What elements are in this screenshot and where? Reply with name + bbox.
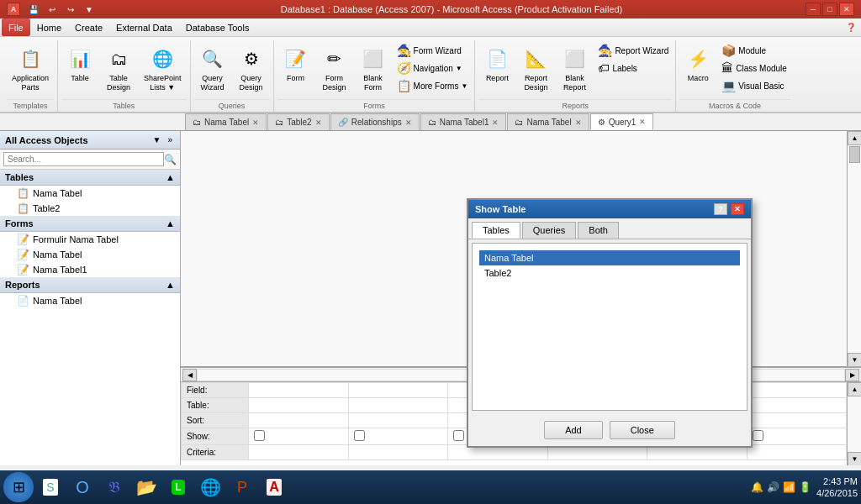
dialog-list-item-nama-tabel[interactable]: Nama Tabel	[479, 250, 740, 265]
menu-file[interactable]: File	[2, 18, 30, 36]
sidebar-item-table2[interactable]: 📋 Table2	[0, 201, 180, 216]
class-module-button[interactable]: 🏛 Class Module	[718, 60, 790, 76]
table-design-button[interactable]: 🗂 TableDesign	[100, 42, 137, 96]
table-cell-2[interactable]	[348, 398, 448, 413]
sidebar-menu-btn[interactable]: ▼	[151, 134, 164, 145]
form-button[interactable]: 📝 Form	[277, 42, 314, 86]
criteria-cell-2[interactable]	[348, 445, 448, 460]
form-design-button[interactable]: ✏ FormDesign	[316, 42, 353, 96]
scroll-up-btn[interactable]: ▲	[848, 131, 861, 145]
start-button[interactable]: ⊞	[3, 472, 34, 502]
dialog-tab-tables[interactable]: Tables	[472, 222, 520, 239]
field-cell-1[interactable]	[249, 383, 349, 398]
blank-report-button[interactable]: ⬜ BlankReport	[556, 42, 593, 96]
dialog-tab-queries[interactable]: Queries	[522, 222, 577, 239]
close-dialog-button[interactable]: Close	[610, 421, 675, 439]
dialog-tab-both[interactable]: Both	[578, 222, 619, 239]
taskbar-chrome[interactable]: 🌐	[195, 472, 225, 502]
criteria-cell-1[interactable]	[249, 445, 349, 460]
show-checkbox-2[interactable]	[354, 430, 365, 441]
tab-table2[interactable]: 🗂 Table2 ✕	[267, 113, 329, 130]
scroll-down-btn[interactable]: ▼	[848, 353, 861, 367]
taskbar-explorer[interactable]: 📂	[131, 472, 161, 502]
table-cell-6[interactable]	[747, 398, 847, 413]
navigation-button[interactable]: 🧭 Navigation ▼	[394, 60, 472, 76]
sort-cell-6[interactable]	[747, 413, 847, 428]
dialog-list-item-table2[interactable]: Table2	[479, 265, 740, 281]
tab-close-6[interactable]: ✕	[639, 118, 646, 126]
dialog-close-btn[interactable]: ✕	[731, 203, 744, 215]
system-clock[interactable]: 2:43 PM 4/26/2015	[816, 475, 858, 500]
maximize-button[interactable]: □	[822, 3, 837, 16]
report-button[interactable]: 📄 Report	[478, 42, 515, 86]
tab-close-3[interactable]: ✕	[405, 118, 412, 127]
table-cell-1[interactable]	[249, 398, 349, 413]
dialog-help-btn[interactable]: ?	[714, 203, 727, 215]
field-cell-2[interactable]	[348, 383, 448, 398]
table-button[interactable]: 📊 Table	[61, 42, 98, 86]
query-design-button[interactable]: ⚙ QueryDesign	[233, 42, 270, 96]
module-button[interactable]: 📦 Module	[718, 42, 790, 59]
scroll-left-btn[interactable]: ◀	[182, 369, 197, 381]
show-cell-2[interactable]	[348, 428, 448, 445]
macro-button[interactable]: ⚡ Macro	[679, 42, 716, 86]
taskbar-access[interactable]: A	[259, 472, 289, 502]
show-checkbox-1[interactable]	[254, 430, 265, 441]
tab-nama-tabel-2[interactable]: 🗂 Nama Tabel ✕	[507, 113, 589, 130]
tab-close-4[interactable]: ✕	[492, 118, 499, 127]
taskbar-smartftp[interactable]: S	[35, 472, 66, 502]
tab-query1[interactable]: ⚙ Query1 ✕	[590, 113, 654, 130]
menu-database-tools[interactable]: Database Tools	[179, 18, 256, 36]
tab-nama-tabel-1[interactable]: 🗂 Nama Tabel ✕	[185, 113, 267, 130]
sidebar-close-btn[interactable]: »	[165, 134, 175, 145]
report-design-button[interactable]: 📐 ReportDesign	[517, 42, 554, 96]
show-checkbox-6[interactable]	[753, 430, 763, 441]
save-quick-btn[interactable]: 💾	[25, 3, 42, 16]
add-button[interactable]: Add	[544, 421, 603, 439]
close-button[interactable]: ✕	[839, 3, 854, 16]
sidebar-item-formulir[interactable]: 📝 Formulir Nama Tabel	[0, 232, 180, 247]
dropdown-quick-btn[interactable]: ▼	[81, 3, 98, 16]
grid-scroll-down[interactable]: ▼	[848, 452, 861, 465]
sidebar-item-report-nama-tabel[interactable]: 📄 Nama Tabel	[0, 293, 180, 308]
application-parts-button[interactable]: 📋 ApplicationParts	[7, 42, 54, 96]
criteria-cell-6[interactable]	[747, 445, 847, 460]
search-input[interactable]	[3, 152, 164, 166]
scroll-right-btn[interactable]: ▶	[845, 369, 859, 381]
report-wizard-button[interactable]: 🧙 Report Wizard	[594, 42, 672, 59]
grid-vscroll[interactable]: ▲ ▼	[847, 382, 861, 465]
sidebar-item-nama-tabel1[interactable]: 📝 Nama Tabel1	[0, 262, 180, 277]
tab-close-2[interactable]: ✕	[315, 118, 322, 127]
labels-button[interactable]: 🏷 Labels	[594, 60, 672, 76]
tab-close-1[interactable]: ✕	[252, 118, 259, 127]
tab-nama-tabel1[interactable]: 🗂 Nama Tabel1 ✕	[420, 113, 507, 130]
menu-create[interactable]: Create	[68, 18, 109, 36]
scroll-thumb[interactable]	[849, 146, 860, 163]
sort-cell-2[interactable]	[348, 413, 448, 428]
sidebar-item-form-nama-tabel[interactable]: 📝 Nama Tabel	[0, 247, 180, 262]
grid-scroll-up[interactable]: ▲	[848, 382, 861, 396]
show-cell-1[interactable]	[249, 428, 349, 445]
sort-cell-1[interactable]	[249, 413, 349, 428]
taskbar-ppt[interactable]: P	[227, 472, 257, 502]
more-forms-button[interactable]: 📋 More Forms ▼	[394, 77, 472, 94]
redo-quick-btn[interactable]: ↪	[62, 3, 79, 16]
table-area-vscroll[interactable]: ▲ ▼	[847, 131, 861, 367]
blank-form-button[interactable]: ⬜ BlankForm	[355, 42, 392, 96]
visual-basic-button[interactable]: 💻 Visual Basic	[718, 77, 790, 94]
sidebar-section-reports[interactable]: Reports ▲	[0, 277, 180, 293]
undo-quick-btn[interactable]: ↩	[44, 3, 61, 16]
tab-relationships[interactable]: 🔗 Relationships ✕	[330, 113, 420, 130]
help-icon[interactable]: ❓	[843, 23, 859, 32]
field-cell-6[interactable]	[747, 383, 847, 398]
form-wizard-button[interactable]: 🧙 Form Wizard	[394, 42, 472, 59]
sidebar-section-tables[interactable]: Tables ▲	[0, 170, 180, 186]
minimize-button[interactable]: ─	[806, 3, 821, 16]
tab-close-5[interactable]: ✕	[575, 118, 582, 127]
menu-home[interactable]: Home	[30, 18, 68, 36]
sharepoint-lists-button[interactable]: 🌐 SharePointLists ▼	[139, 42, 187, 96]
query-wizard-button[interactable]: 🔍 QueryWizard	[194, 42, 231, 96]
taskbar-bluetooth[interactable]: 𝔅	[99, 472, 129, 502]
sidebar-section-forms[interactable]: Forms ▲	[0, 216, 180, 232]
taskbar-line[interactable]: L	[163, 472, 193, 502]
